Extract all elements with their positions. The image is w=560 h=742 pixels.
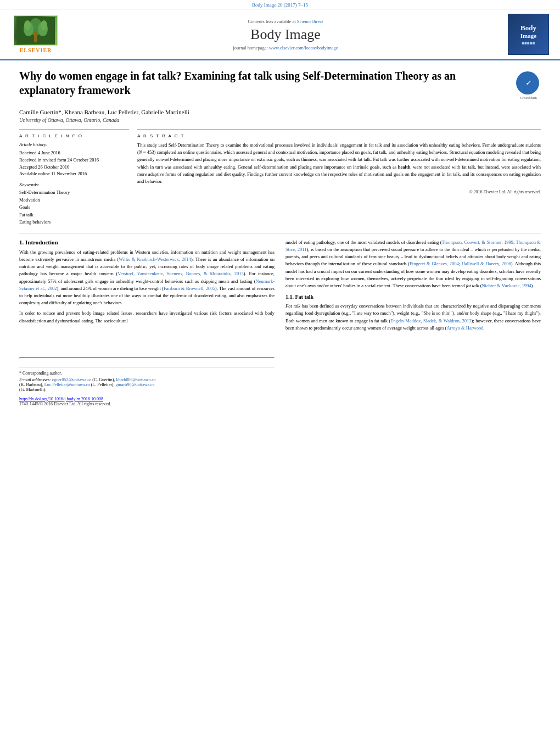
elsevier-tree-logo xyxy=(14,15,58,46)
journal-homepage-link[interactable]: www.elsevier.com/locate/bodyimage xyxy=(269,45,338,51)
journal-center-info: Contents lists available at ScienceDirec… xyxy=(71,19,500,51)
article-affiliation: University of Ottawa, Ottawa, Ontario, C… xyxy=(19,118,541,123)
doi-link[interactable]: http://dx.doi.org/10.1016/j.bodyim.2016.… xyxy=(19,397,103,401)
svg-rect-4 xyxy=(34,32,37,42)
received-date: Received 4 June 2016 xyxy=(19,149,129,157)
ref-neumark-2002[interactable]: Neumark-Sztainer et al., 2002 xyxy=(19,278,275,291)
keyword-motivation: Motivation xyxy=(19,197,129,204)
corresponding-author-note: * Corresponding author. xyxy=(19,371,275,376)
copyright-line: © 2016 Elsevier Ltd. All rights reserved… xyxy=(137,189,541,194)
history-label: Article history: xyxy=(19,142,129,147)
svg-point-6 xyxy=(41,20,47,30)
intro-para-1: With the growing prevalence of eating-re… xyxy=(19,249,275,306)
footnotes-area: * Corresponding author. E-mail addresses… xyxy=(19,358,275,406)
keyword-sdt: Self-Determination Theory xyxy=(19,189,129,197)
svg-point-5 xyxy=(24,20,31,30)
issn-line: 1740-1445/© 2016 Elsevier Ltd. All right… xyxy=(19,401,275,406)
crossmark-label: CrossMark xyxy=(516,96,541,100)
body-columns: 1. Introduction With the growing prevale… xyxy=(19,239,541,406)
sciencedirect-link[interactable]: ScienceDirect xyxy=(297,19,323,24)
keyword-fattalk: Fat talk xyxy=(19,211,129,219)
badge-body-text: Body xyxy=(520,24,536,32)
available-online-date: Available online 11 November 2016 xyxy=(19,170,129,177)
article-title-wrapper: Why do women engage in fat talk? Examini… xyxy=(19,69,508,97)
journal-title: Body Image xyxy=(71,26,500,43)
email-link[interactable]: cguer052@uottawa.ca xyxy=(52,377,92,382)
body-left-column: 1. Introduction With the growing prevale… xyxy=(19,239,275,406)
ref-fingeret-2004[interactable]: Fingeret & Gleaves, 2004 xyxy=(410,261,459,266)
journal-header: ELSEVIER Contents lists available at Sci… xyxy=(0,9,560,60)
accepted-date: Accepted 26 October 2016 xyxy=(19,164,129,171)
ref-nichter-1994[interactable]: Nichter & Vuckovic, 1994 xyxy=(481,283,531,288)
ref-willis-2014[interactable]: Willis & Knobloch-Westerwick, 2014 xyxy=(119,256,191,262)
article-title: Why do women engage in fat talk? Examini… xyxy=(19,69,508,97)
right-para-1: model of eating pathology, one of the mo… xyxy=(285,239,541,289)
intro-para-2: In order to reduce and prevent body imag… xyxy=(19,310,275,324)
ref-engeln-2013[interactable]: Engeln-Maddox, Sladek, & Waldron, 2013 xyxy=(390,318,471,323)
contents-available-line: Contents lists available at ScienceDirec… xyxy=(71,19,500,24)
article-info-column: A R T I C L E I N F O Article history: R… xyxy=(19,130,129,226)
ref-fairburn-2005[interactable]: Fairburn & Brownell, 2005 xyxy=(164,286,215,291)
ref-thompson-1999[interactable]: Thompson, Coovert, & Stormer, 1999 xyxy=(442,239,513,245)
crossmark-badge: ✓ CrossMark xyxy=(516,71,541,100)
ref-verstuyf-2013[interactable]: Verstuyf, Vansteenkiste, Soenens, Boones… xyxy=(117,271,243,276)
journal-citation-bar: Body Image 20 (2017) 7–15 xyxy=(0,0,560,9)
elsevier-logo-section: ELSEVIER xyxy=(11,15,60,53)
fat-talk-para-1: Fat talk has been defined as everyday co… xyxy=(285,303,541,332)
ref-halliwell-2006[interactable]: Halliwell & Harvey, 2006 xyxy=(462,261,511,266)
keywords-label: Keywords: xyxy=(19,182,129,187)
email-link-4[interactable]: gmarti90@uottawa.ca xyxy=(116,382,155,387)
keyword-eating: Eating behaviors xyxy=(19,219,129,226)
email-link-3[interactable]: Luc.Pelletier@uottawa.ca xyxy=(44,382,90,387)
keyword-goals: Goals xyxy=(19,204,129,211)
content-divider xyxy=(19,233,541,233)
elsevier-brand-text: ELSEVIER xyxy=(20,47,52,53)
email-addresses-note: E-mail addresses: cguer052@uottawa.ca (C… xyxy=(19,377,275,392)
article-content: Why do women engage in fat talk? Examini… xyxy=(0,60,560,415)
footnotes-content: * Corresponding author. E-mail addresses… xyxy=(19,367,275,406)
abstract-text: This study used Self-Determination Theor… xyxy=(137,142,541,185)
badge-image-text: Image xyxy=(520,32,536,39)
intro-heading: 1. Introduction xyxy=(19,239,275,246)
body-right-column: model of eating pathology, one of the mo… xyxy=(285,239,541,406)
email-link-2[interactable]: kbarb006@uottawa.ca xyxy=(116,377,155,382)
journal-citation: Body Image 20 (2017) 7–15 xyxy=(252,2,308,8)
abstract-heading: A B S T R A C T xyxy=(137,133,541,138)
article-authors: Camille Guertin*, Kheana Barbeau, Luc Pe… xyxy=(19,109,541,115)
ref-arroyo[interactable]: Arroyo & Harwood, xyxy=(446,325,484,331)
abstract-column: A B S T R A C T This study used Self-Det… xyxy=(137,130,541,226)
article-title-section: Why do women engage in fat talk? Examini… xyxy=(19,69,541,104)
fat-talk-subheading: 1.1. Fat talk xyxy=(285,294,541,300)
history-items: Received 4 June 2016 Received in revised… xyxy=(19,149,129,177)
doi-line: http://dx.doi.org/10.1016/j.bodyim.2016.… xyxy=(19,397,275,401)
article-info-heading: A R T I C L E I N F O xyxy=(19,133,129,138)
crossmark-icon: ✓ xyxy=(516,71,539,94)
received-revised-date: Received in revised form 24 October 2016 xyxy=(19,157,129,164)
journal-badge: Body Image ■■■■■ xyxy=(508,14,549,55)
keywords-section: Keywords: Self-Determination Theory Moti… xyxy=(19,182,129,226)
journal-homepage-line: journal homepage: www.elsevier.com/locat… xyxy=(71,45,500,51)
badge-decoration: ■■■■■ xyxy=(522,41,535,46)
info-abstract-columns: A R T I C L E I N F O Article history: R… xyxy=(19,130,541,226)
